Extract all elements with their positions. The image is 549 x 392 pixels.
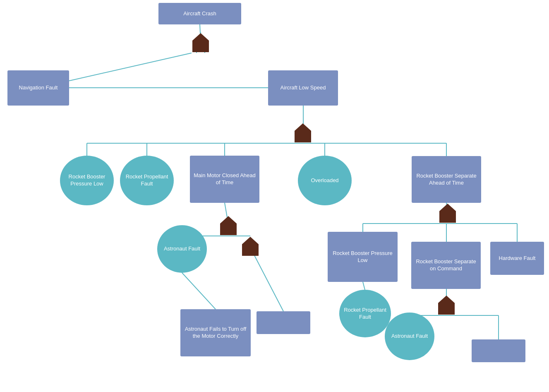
node-astronaut-fault-2: Astronaut Fault — [385, 313, 434, 360]
svg-marker-37 — [439, 204, 456, 223]
node-rocket-sep-command: Rocket Booster Separate on Command — [411, 242, 481, 289]
svg-line-25 — [363, 282, 365, 290]
svg-marker-36 — [242, 237, 259, 256]
node-aircraft-low-speed: Aircraft Low Speed — [268, 70, 338, 106]
node-box-lower-2 — [472, 339, 525, 362]
and-gate-3b — [241, 236, 259, 257]
svg-marker-30 — [192, 33, 209, 52]
node-navigation-fault: Navigation Fault — [7, 70, 69, 106]
node-main-motor: Main Motor Closed Ahead of Time — [190, 156, 259, 203]
node-rb-pressure-low-1: Rocket Booster Pressure Low — [60, 156, 114, 205]
node-hardware-fault: Hardware Fault — [490, 242, 544, 275]
and-gate-2 — [294, 123, 312, 143]
node-box-lower-1 — [257, 311, 310, 334]
svg-line-18 — [182, 273, 216, 309]
svg-marker-35 — [220, 216, 237, 235]
node-rocket-propellant-2: Rocket Propellant Fault — [339, 290, 391, 337]
node-overloaded: Overloaded — [298, 156, 352, 205]
fault-tree-diagram: Aircraft Crash Navigation Fault Aircraft… — [0, 0, 549, 392]
node-aircraft-crash: Aircraft Crash — [158, 3, 241, 24]
node-astronaut-fault-1: Astronaut Fault — [157, 225, 207, 273]
node-rb-pressure-low-2: Rocket Booster Pressure Low — [328, 232, 398, 282]
node-rocket-propellant-1: Rocket Propellant Fault — [120, 156, 174, 205]
node-astronaut-fails: Astronaut Fails to Turn off the Motor Co… — [180, 309, 251, 356]
svg-marker-38 — [438, 296, 455, 315]
svg-line-19 — [250, 248, 283, 311]
svg-marker-34 — [295, 123, 311, 142]
and-gate-1 — [192, 32, 210, 53]
and-gate-5 — [437, 295, 456, 315]
node-rocket-sep-ahead: Rocket Booster Separate Ahead of Time — [412, 156, 481, 203]
and-gate-3 — [219, 215, 237, 236]
and-gate-4 — [439, 203, 457, 224]
